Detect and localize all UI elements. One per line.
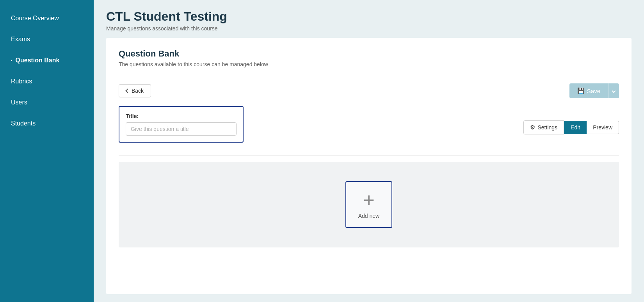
save-button-group: 💾 Save	[569, 83, 619, 98]
preview-button[interactable]: Preview	[587, 121, 619, 134]
edit-button[interactable]: Edit	[564, 121, 587, 134]
save-dropdown-button[interactable]	[608, 83, 619, 98]
sidebar-item-rubrics[interactable]: Rubrics	[0, 71, 94, 92]
main-content: CTL Student Testing Manage questions ass…	[94, 0, 644, 302]
back-button[interactable]: Back	[119, 84, 151, 97]
section-title: Question Bank	[119, 49, 619, 59]
page-header: CTL Student Testing Manage questions ass…	[94, 0, 644, 38]
page-title: CTL Student Testing	[106, 9, 632, 24]
section-subtitle: The questions available to this course c…	[119, 61, 619, 67]
sidebar-item-users[interactable]: Users	[0, 92, 94, 113]
sidebar-item-label: Question Bank	[16, 57, 60, 64]
sidebar-item-label: Students	[11, 120, 36, 127]
save-button[interactable]: 💾 Save	[569, 83, 608, 98]
chevron-left-icon	[125, 88, 130, 93]
settings-button-label: Settings	[537, 124, 557, 131]
question-right-controls: ⚙ Settings Edit Preview	[523, 120, 619, 134]
sidebar-item-label: Course Overview	[11, 15, 59, 22]
preview-button-label: Preview	[593, 124, 612, 131]
sidebar-item-label: Rubrics	[11, 78, 32, 85]
save-button-label: Save	[587, 88, 600, 94]
chevron-down-icon	[612, 89, 616, 93]
content-area: Question Bank The questions available to…	[106, 38, 632, 294]
toolbar-row: Back 💾 Save	[119, 83, 619, 98]
question-title-input[interactable]	[126, 122, 237, 136]
active-bullet-icon: •	[11, 58, 12, 63]
divider-2	[119, 155, 619, 155]
page-subtitle: Manage questions associated with this co…	[106, 25, 632, 32]
add-new-section: + Add new	[119, 162, 619, 247]
question-controls-row: Title: ⚙ Settings Edit Preview	[119, 106, 619, 149]
question-title-card: Title:	[119, 106, 244, 143]
sidebar-item-course-overview[interactable]: Course Overview	[0, 8, 94, 29]
gear-icon: ⚙	[530, 124, 535, 131]
add-new-label: Add new	[358, 213, 379, 219]
back-button-label: Back	[132, 88, 144, 94]
sidebar-item-exams[interactable]: Exams	[0, 29, 94, 50]
sidebar: Course Overview Exams • Question Bank Ru…	[0, 0, 94, 302]
add-new-button[interactable]: + Add new	[345, 181, 392, 228]
settings-button[interactable]: ⚙ Settings	[523, 120, 564, 134]
sidebar-item-label: Exams	[11, 36, 30, 43]
title-label: Title:	[126, 113, 237, 119]
sidebar-item-question-bank[interactable]: • Question Bank	[0, 50, 94, 71]
divider	[119, 77, 619, 77]
floppy-icon: 💾	[577, 87, 585, 94]
plus-icon: +	[363, 190, 374, 210]
sidebar-item-students[interactable]: Students	[0, 113, 94, 134]
sidebar-item-label: Users	[11, 99, 27, 106]
edit-button-label: Edit	[571, 124, 580, 131]
